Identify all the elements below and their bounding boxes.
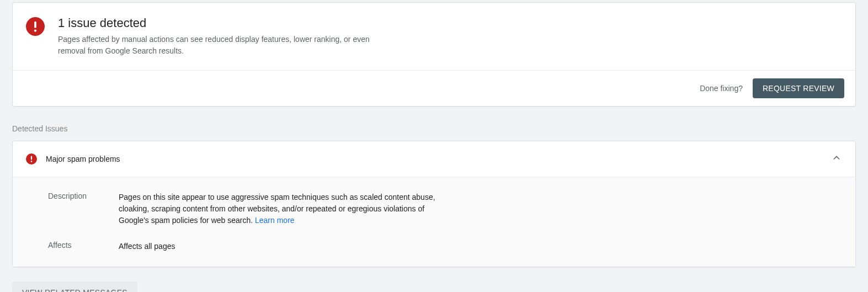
affects-value: Affects all pages [119, 241, 439, 252]
learn-more-link[interactable]: Learn more [255, 216, 295, 225]
issue-summary-text: 1 issue detected Pages affected by manua… [58, 16, 842, 57]
issue-summary-title: 1 issue detected [58, 16, 842, 30]
svg-rect-4 [31, 156, 32, 160]
svg-point-5 [31, 161, 33, 162]
alert-icon [26, 17, 45, 36]
issue-item-body: Description Pages on this site appear to… [13, 177, 855, 267]
done-fixing-label: Done fixing? [700, 84, 743, 93]
alert-icon [26, 153, 37, 164]
affects-label: Affects [26, 241, 119, 252]
description-value: Pages on this site appear to use aggress… [119, 192, 439, 226]
chevron-up-icon [831, 152, 842, 166]
issue-summary-card: 1 issue detected Pages affected by manua… [12, 2, 856, 107]
detected-issues-label: Detected Issues [12, 124, 856, 133]
description-label: Description [26, 192, 119, 226]
issue-item-title: Major spam problems [46, 155, 831, 163]
svg-rect-1 [34, 22, 36, 28]
issue-affects-row: Affects Affects all pages [26, 241, 842, 252]
svg-point-2 [34, 29, 36, 31]
issue-summary-description: Pages affected by manual actions can see… [58, 34, 378, 57]
issue-item-card: Major spam problems Description Pages on… [12, 141, 856, 267]
issue-description-row: Description Pages on this site appear to… [26, 192, 842, 226]
view-related-messages-button[interactable]: VIEW RELATED MESSAGES [12, 282, 137, 292]
issue-item-header[interactable]: Major spam problems [13, 141, 855, 177]
issue-summary-header: 1 issue detected Pages affected by manua… [13, 3, 855, 70]
request-review-button[interactable]: REQUEST REVIEW [753, 78, 844, 98]
issue-summary-actions: Done fixing? REQUEST REVIEW [13, 70, 855, 106]
